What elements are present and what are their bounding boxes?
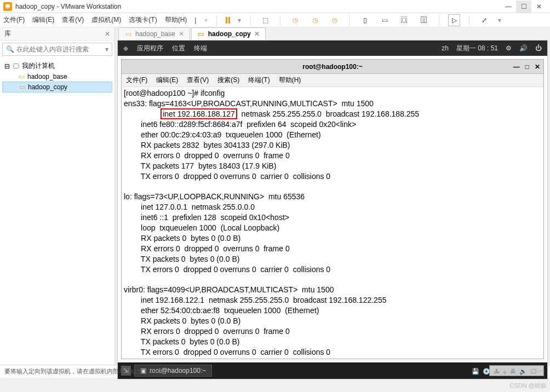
watermark: CSDN @樹叙: [510, 382, 547, 390]
sidebar-close-icon[interactable]: ✕: [105, 30, 110, 38]
tab-close-icon[interactable]: ✕: [179, 30, 184, 38]
search-dropdown-icon[interactable]: ▾: [105, 45, 108, 53]
vm-icon: ▭: [197, 30, 205, 38]
terminal-window: root@hadoop100:~ — □ ✕ 文件(F) 编辑(E) 查看(V)…: [121, 59, 544, 359]
menu-tabs[interactable]: 选项卡(T): [129, 15, 157, 25]
search-box[interactable]: 🔍 ▾: [2, 43, 112, 56]
status-more-icon[interactable]: ⋯: [540, 368, 546, 375]
tab-strip: ▭ hadoop_base ✕ ▭ hadoop_copy ✕: [115, 27, 550, 40]
app-icon: [3, 2, 12, 11]
term-min-button[interactable]: —: [513, 63, 520, 71]
vm-tree: ⊟ 🖵 我的计算机 ▭ hadoop_base ▭ hadoop_copy: [0, 58, 114, 95]
tab-label: hadoop_copy: [208, 30, 251, 38]
toolbar-layout3-icon[interactable]: ⿴: [398, 14, 410, 26]
term-menu-terminal[interactable]: 终端(T): [248, 76, 270, 85]
svg-rect-1: [7, 8, 9, 9]
volume-icon[interactable]: 🔊: [519, 44, 528, 52]
status-net-icon[interactable]: 🖧: [494, 368, 500, 375]
content-area: ▭ hadoop_base ✕ ▭ hadoop_copy ✕ ◆ 应用程序 位…: [115, 27, 550, 365]
vm-icon: ▭: [124, 30, 132, 38]
vm-icon: ▭: [18, 73, 25, 80]
collapse-icon[interactable]: ⊟: [4, 62, 10, 70]
search-icon: 🔍: [6, 45, 14, 53]
menu-help[interactable]: 帮助(H): [165, 15, 187, 25]
status-icons: 💾 💿 🖧 ⏚ 🖶 🔈 🖵 ⋯: [472, 368, 546, 375]
tree-root-label: 我的计算机: [22, 61, 55, 71]
vm-screen[interactable]: ◆ 应用程序 位置 终端 zh 星期一 08 : 51 ⚙ 🔊 ⏻ root@h…: [117, 40, 548, 379]
svg-rect-0: [5, 4, 10, 8]
tab-label: hadoop_base: [135, 30, 175, 38]
term-menu-help[interactable]: 帮助(H): [279, 76, 301, 85]
status-sound-icon[interactable]: 🔈: [519, 368, 527, 375]
minimize-button[interactable]: —: [501, 1, 516, 13]
status-print-icon[interactable]: 🖶: [510, 368, 516, 375]
sidebar: 库 ✕ 🔍 ▾ ⊟ 🖵 我的计算机 ▭ hadoop_base ▭ hadoop…: [0, 27, 115, 365]
topbar-apps[interactable]: 应用程序: [137, 44, 163, 53]
tree-item-label: hadoop_base: [27, 73, 67, 80]
close-button[interactable]: ✕: [531, 1, 547, 13]
term-max-button[interactable]: □: [525, 63, 529, 71]
topbar-places[interactable]: 位置: [172, 44, 185, 53]
status-cd-icon[interactable]: 💿: [483, 368, 490, 375]
sidebar-title: 库: [4, 29, 11, 38]
maximize-button[interactable]: ☐: [516, 1, 531, 13]
vm-icon: ▭: [18, 83, 26, 91]
window-titlebar: hadoop_copy - VMware Workstation — ☐ ✕: [0, 0, 550, 13]
tab-close-icon[interactable]: ✕: [254, 30, 260, 38]
menu-view[interactable]: 查看(V): [62, 15, 84, 25]
menubar: 文件(F) 编辑(E) 查看(V) 虚拟机(M) 选项卡(T) 帮助(H) | …: [0, 13, 550, 27]
power-icon[interactable]: ⏻: [535, 44, 542, 52]
topbar-clock: 星期一 08 : 51: [456, 44, 498, 53]
term-menu-search[interactable]: 搜索(S): [217, 76, 239, 85]
toolbar-layout2-icon[interactable]: ▭: [379, 14, 391, 26]
topbar-terminal[interactable]: 终端: [194, 44, 207, 53]
highlighted-ip: inet 192.168.188.127: [161, 108, 237, 119]
menu-vm[interactable]: 虚拟机(M): [91, 15, 121, 25]
sidebar-header: 库 ✕: [0, 27, 114, 41]
toolbar-snapshot-icon[interactable]: ⬚: [259, 14, 271, 26]
tree-item-base[interactable]: ▭ hadoop_base: [2, 72, 112, 82]
menu-file[interactable]: 文件(F): [3, 15, 25, 25]
window-title: hadoop_copy - VMware Workstation: [15, 3, 501, 10]
tab-hadoop-copy[interactable]: ▭ hadoop_copy ✕: [191, 27, 266, 40]
tree-item-label: hadoop_copy: [28, 83, 67, 91]
menu-edit[interactable]: 编辑(E): [32, 15, 54, 25]
toolbar-fullscreen-icon[interactable]: ▷: [448, 14, 460, 26]
tree-root[interactable]: ⊟ 🖵 我的计算机: [2, 60, 112, 72]
terminal-output[interactable]: [root@hadoop100 ~]# ifconfig ens33: flag…: [122, 87, 543, 359]
activities-icon[interactable]: ◆: [123, 44, 128, 52]
terminal-menubar: 文件(F) 编辑(E) 查看(V) 搜索(S) 终端(T) 帮助(H): [122, 74, 543, 87]
computer-icon: 🖵: [12, 62, 20, 70]
toolbar-clock3-icon[interactable]: ◷: [329, 14, 341, 26]
search-input[interactable]: [16, 45, 103, 53]
toolbar-layout1-icon[interactable]: ▯: [359, 14, 371, 26]
tab-hadoop-base[interactable]: ▭ hadoop_base ✕: [118, 27, 190, 40]
terminal-titlebar[interactable]: root@hadoop100:~ — □ ✕: [122, 60, 543, 74]
terminal-title: root@hadoop100:~: [302, 63, 362, 71]
toolbar-layout4-icon[interactable]: ⿲: [418, 14, 430, 26]
network-icon[interactable]: ⚙: [506, 44, 512, 52]
status-display-icon[interactable]: 🖵: [530, 368, 536, 375]
statusbar-hint: 要将输入定向到该虚拟机，请在虚拟机内部单击或按 Ctrl+G。: [4, 367, 168, 376]
status-usb-icon[interactable]: ⏚: [503, 368, 507, 375]
term-menu-file[interactable]: 文件(F): [126, 76, 147, 85]
status-disk-icon[interactable]: 💾: [472, 368, 479, 375]
term-close-button[interactable]: ✕: [535, 63, 540, 71]
gnome-topbar: ◆ 应用程序 位置 终端 zh 星期一 08 : 51 ⚙ 🔊 ⏻: [118, 41, 547, 56]
topbar-lang[interactable]: zh: [442, 44, 449, 52]
term-menu-edit[interactable]: 编辑(E): [156, 76, 178, 85]
toolbar-expand-icon[interactable]: ⤢: [478, 14, 490, 26]
tree-item-copy[interactable]: ▭ hadoop_copy: [2, 82, 112, 93]
toolbar-clock1-icon[interactable]: ◷: [289, 14, 301, 26]
term-menu-view[interactable]: 查看(V): [187, 76, 209, 85]
pause-button[interactable]: [226, 17, 230, 24]
toolbar-clock2-icon[interactable]: ◷: [309, 14, 321, 26]
